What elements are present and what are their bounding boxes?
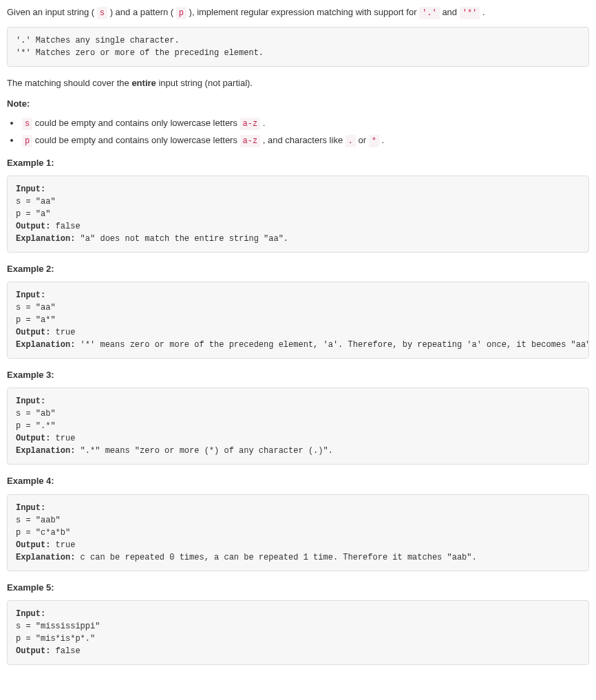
code-line: p = "c*a*b" [16, 528, 70, 538]
example-heading: Example 4: [7, 474, 589, 488]
code-inline: '.' [419, 7, 440, 19]
example-code-block: Input: s = "aa" p = "a" Output: false Ex… [7, 176, 589, 253]
label: Output: [16, 646, 50, 656]
example-heading: Example 3: [7, 368, 589, 382]
label: Explanation: [16, 234, 75, 244]
code-text: true [50, 540, 75, 550]
code-text: true [50, 328, 75, 337]
code-text: false [50, 222, 80, 231]
label: Output: [16, 540, 50, 550]
code-inline: s [97, 7, 107, 19]
example-heading: Example 2: [7, 262, 589, 276]
label: Input: [16, 503, 45, 513]
intro-paragraph: Given an input string ( s ) and a patter… [7, 6, 589, 20]
code-line: p = "a" [16, 209, 50, 219]
text: . [482, 7, 485, 17]
code-text: '*' means zero or more of the precedeng … [75, 340, 589, 350]
code-text: true [50, 434, 75, 443]
code-inline: * [369, 135, 379, 147]
text: or [359, 135, 369, 145]
code-text: "a" does not match the entire string "aa… [75, 234, 288, 244]
code-inline: s [22, 118, 32, 130]
text: , and characters like [263, 135, 345, 145]
example-code-block: Input: s = "mississippi" p = "mis*is*p*.… [7, 600, 589, 665]
example-heading: Example 1: [7, 156, 589, 170]
code-inline: p [22, 135, 32, 147]
list-item: s could be empty and contains only lower… [21, 116, 589, 131]
code-text: c can be repeated 0 times, a can be repe… [75, 553, 476, 562]
example-heading: Example 5: [7, 581, 589, 595]
code-line: p = "mis*is*p*." [16, 634, 95, 644]
label: Input: [16, 396, 45, 406]
note-heading: Note: [7, 97, 589, 111]
list-item: p could be empty and contains only lower… [21, 134, 589, 148]
text: ) and a pattern ( [110, 7, 174, 17]
code-inline: a-z [240, 135, 261, 147]
code-text: ".*" means "zero or more (*) of any char… [75, 446, 332, 456]
label: Output: [16, 434, 50, 443]
text: ), implement regular expression matching… [189, 7, 420, 17]
label: Input: [16, 184, 45, 194]
example-code-block: Input: s = "ab" p = ".*" Output: true Ex… [7, 388, 589, 465]
code-inline: a-z [240, 118, 261, 130]
code-text: false [50, 646, 80, 656]
label: Output: [16, 222, 50, 231]
code-inline: . [345, 135, 356, 147]
label: Output: [16, 328, 50, 337]
text: The matching should cover the [7, 78, 131, 88]
label: Input: [16, 290, 45, 300]
text: Given an input string ( [7, 7, 94, 17]
code-line: s = "aa" [16, 303, 56, 312]
label: Explanation: [16, 553, 75, 562]
code-line: s = "mississippi" [16, 622, 100, 631]
text: could be empty and contains only lowerca… [35, 135, 240, 145]
coverage-paragraph: The matching should cover the entire inp… [7, 76, 589, 90]
bold-text: entire [131, 78, 156, 88]
code-inline: p [176, 7, 187, 19]
code-line: p = ".*" [16, 421, 56, 431]
code-line: s = "ab" [16, 409, 56, 418]
text: . [382, 135, 385, 145]
label: Explanation: [16, 340, 75, 350]
text: and [442, 7, 459, 17]
text: input string (not partial). [156, 78, 253, 88]
text: could be empty and contains only lowerca… [35, 118, 240, 128]
code-line: p = "a*" [16, 315, 56, 325]
code-line: s = "aa" [16, 197, 56, 206]
example-code-block: Input: s = "aab" p = "c*a*b" Output: tru… [7, 494, 589, 571]
note-list: s could be empty and contains only lower… [21, 116, 589, 148]
rules-code-block: '.' Matches any single character. '*' Ma… [7, 27, 589, 67]
example-code-block: Input: s = "aa" p = "a*" Output: true Ex… [7, 282, 589, 359]
label: Input: [16, 609, 45, 619]
text: . [263, 118, 266, 128]
code-line: s = "aab" [16, 516, 61, 525]
label: Explanation: [16, 446, 75, 456]
code-inline: '*' [460, 7, 480, 19]
